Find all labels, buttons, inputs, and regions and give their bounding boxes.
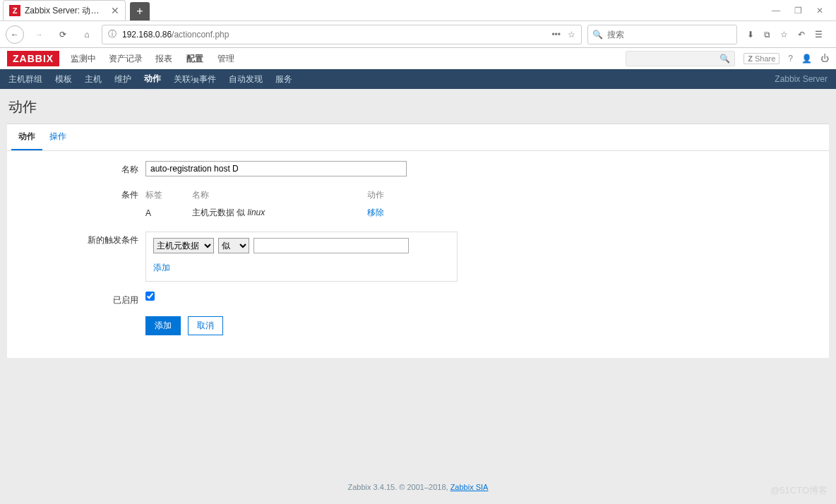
tab-operation[interactable]: 操作	[42, 124, 73, 150]
zabbix-search[interactable]: 🔍	[626, 51, 735, 66]
info-icon[interactable]: ⓘ	[108, 28, 117, 40]
submenu-maintenance[interactable]: 维护	[114, 69, 131, 90]
select-operator[interactable]: 似	[218, 238, 249, 253]
bookmark-icon[interactable]: ☆	[568, 30, 575, 40]
submenu-actions[interactable]: 动作	[144, 68, 161, 90]
history-back-icon[interactable]: ↶	[798, 30, 805, 40]
menu-admin[interactable]: 管理	[216, 49, 236, 69]
zabbix-header: ZABBIX 监测中 资产记录 报表 配置 管理 🔍 ZShare ? 👤 ⏻	[0, 48, 836, 69]
submenu-templates[interactable]: 模板	[55, 69, 72, 90]
bookmark-star-icon[interactable]: ☆	[780, 30, 788, 40]
submenu-server-label: Zabbix Server	[775, 70, 828, 88]
zabbix-logo[interactable]: ZABBIX	[7, 51, 59, 66]
submenu-services[interactable]: 服务	[275, 69, 292, 90]
home-button[interactable]: ⌂	[78, 25, 96, 44]
add-button[interactable]: 添加	[145, 316, 181, 335]
footer-link[interactable]: Zabbix SIA	[450, 483, 489, 491]
search-icon: 🔍	[719, 54, 730, 64]
tab-action[interactable]: 动作	[11, 124, 42, 150]
page-title: 动作	[7, 97, 829, 124]
th-name: 名称	[192, 186, 367, 204]
cond-tag: A	[145, 204, 192, 222]
menu-inventory[interactable]: 资产记录	[107, 49, 144, 69]
browser-titlebar: Z Zabbix Server: 动作的配置 ✕ + — ❐ ✕	[0, 0, 836, 21]
panel: 动作 操作 名称 条件 标签 名称 动作	[7, 124, 829, 358]
browser-toolbar: ← → ⟳ ⌂ ⓘ 192.168.0.86/actionconf.php ••…	[0, 21, 836, 48]
download-icon[interactable]: ⬇	[747, 30, 754, 40]
window-min-icon[interactable]: —	[772, 6, 780, 16]
remove-link[interactable]: 移除	[367, 208, 384, 217]
search-icon: 🔍	[592, 30, 603, 40]
new-tab-button[interactable]: +	[130, 2, 150, 20]
label-enabled: 已启用	[7, 292, 145, 306]
menu-reports[interactable]: 报表	[154, 49, 174, 69]
browser-tab[interactable]: Z Zabbix Server: 动作的配置 ✕	[3, 0, 126, 20]
user-icon[interactable]: 👤	[801, 54, 812, 64]
window-max-icon[interactable]: ❐	[794, 6, 802, 16]
th-tag: 标签	[145, 186, 192, 204]
menu-monitoring[interactable]: 监测中	[69, 49, 97, 69]
menu-active-indicator	[191, 66, 201, 78]
favicon: Z	[9, 5, 20, 16]
tab-title: Zabbix Server: 动作的配置	[25, 5, 107, 17]
power-icon[interactable]: ⏻	[820, 54, 829, 64]
url-text: 192.168.0.86/actionconf.php	[122, 30, 546, 40]
checkbox-enabled[interactable]	[145, 292, 155, 301]
menu-configuration[interactable]: 配置	[184, 49, 206, 69]
input-name[interactable]	[145, 161, 407, 176]
sub-menu: 主机群组 模板 主机 维护 动作 关联项事件 自动发现 服务 Zabbix Se…	[0, 69, 836, 89]
reload-button[interactable]: ⟳	[54, 25, 72, 44]
label-new-condition: 新的触发条件	[7, 232, 145, 246]
label-conditions: 条件	[7, 186, 145, 201]
select-condition-type[interactable]: 主机元数据	[153, 238, 214, 253]
forward-button[interactable]: →	[30, 25, 48, 44]
input-condition-value[interactable]	[253, 238, 409, 253]
share-button[interactable]: ZShare	[744, 53, 780, 64]
browser-search-input[interactable]	[607, 30, 732, 40]
addons-icon[interactable]: ⧉	[764, 30, 770, 40]
help-icon[interactable]: ?	[788, 54, 793, 64]
add-condition-link[interactable]: 添加	[153, 263, 170, 272]
main-menu: 监测中 资产记录 报表 配置 管理	[69, 49, 236, 69]
more-icon[interactable]: •••	[551, 30, 561, 40]
submenu-discovery[interactable]: 自动发现	[229, 69, 263, 90]
submenu-hosts[interactable]: 主机	[85, 69, 102, 90]
th-action: 动作	[367, 186, 414, 204]
watermark: @51CTO博客	[770, 484, 828, 497]
new-condition-box: 主机元数据 似 添加	[145, 232, 458, 282]
page: 动作 动作 操作 名称 条件 标签 名称 动作	[0, 89, 836, 358]
close-tab-icon[interactable]: ✕	[111, 5, 119, 16]
window-close-icon[interactable]: ✕	[816, 6, 823, 16]
hamburger-icon[interactable]: ☰	[815, 30, 823, 40]
cancel-button[interactable]: 取消	[188, 316, 223, 335]
browser-search[interactable]: 🔍	[587, 25, 737, 44]
url-bar[interactable]: ⓘ 192.168.0.86/actionconf.php ••• ☆	[102, 25, 582, 44]
form-tabs: 动作 操作	[7, 124, 829, 151]
cond-name: 主机元数据 似 linux	[192, 204, 367, 222]
label-name: 名称	[7, 161, 145, 176]
submenu-hostgroups[interactable]: 主机群组	[8, 69, 42, 90]
back-button[interactable]: ←	[6, 25, 24, 44]
footer: Zabbix 3.4.15. © 2001–2018, Zabbix SIA	[0, 483, 836, 491]
condition-row: A 主机元数据 似 linux 移除	[145, 204, 414, 222]
